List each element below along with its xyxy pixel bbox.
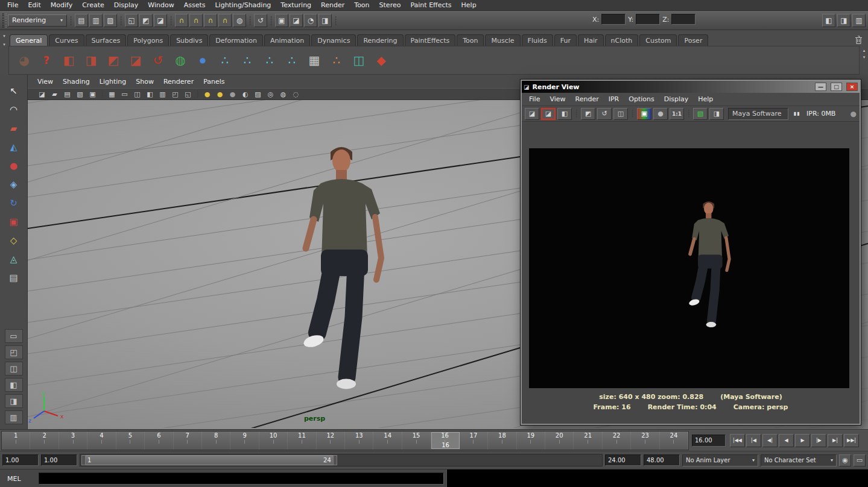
frame-tick[interactable]: 9 bbox=[230, 432, 259, 450]
frame-tick[interactable]: 17 bbox=[460, 432, 488, 450]
gate-mask-icon[interactable]: ◧ bbox=[144, 89, 156, 99]
attribute-editor-panel-icon[interactable]: ▥ bbox=[852, 14, 866, 27]
snap-curve-icon[interactable]: ∩ bbox=[189, 14, 203, 27]
open-render-view-icon[interactable]: ▣ bbox=[275, 14, 288, 27]
select-hierarchy-icon[interactable]: ◱ bbox=[125, 14, 138, 27]
frame-tick[interactable]: 4 bbox=[87, 432, 116, 450]
viewport-menu-item[interactable]: Renderer bbox=[159, 77, 198, 86]
shelf-tab[interactable]: Muscle bbox=[485, 34, 520, 46]
ipr-render-icon[interactable]: ◔ bbox=[304, 14, 317, 27]
toolbar-separator[interactable]: ┊ bbox=[118, 14, 124, 27]
node-network-icon[interactable]: ∴ bbox=[261, 51, 279, 70]
ipr-update-region-icon[interactable]: ◫ bbox=[613, 108, 628, 120]
go-to-start-button[interactable]: |◀◀ bbox=[730, 434, 745, 447]
anim-layer-dropdown[interactable]: No Anim Layer ▾ bbox=[682, 454, 758, 467]
lighting-all-icon[interactable]: ● bbox=[201, 89, 213, 99]
viewport-menu-item[interactable]: Shading bbox=[58, 77, 95, 86]
single-perspective-layout-icon[interactable]: ◧ bbox=[822, 14, 835, 27]
menu-item[interactable]: File bbox=[2, 1, 23, 10]
shelf-tab[interactable]: PaintEffects bbox=[405, 34, 456, 46]
menu-set-dropdown[interactable]: Rendering ▾ bbox=[8, 14, 67, 27]
shelf-tab[interactable]: Hair bbox=[578, 34, 604, 46]
frame-tick[interactable]: 3 bbox=[59, 432, 87, 450]
snap-region-icon[interactable]: ▧ bbox=[693, 108, 708, 120]
toolbar-separator[interactable]: ┊ bbox=[686, 108, 691, 120]
toolbar-separator[interactable]: ┊ bbox=[68, 14, 74, 27]
paint-effects-icon[interactable]: ↺ bbox=[149, 51, 167, 70]
bookmark-icon[interactable]: ▧ bbox=[74, 89, 86, 99]
render-view-menu-item[interactable]: Render bbox=[571, 95, 604, 104]
shelf-tab[interactable]: Custom bbox=[639, 34, 677, 46]
last-tool[interactable]: ▤ bbox=[4, 270, 24, 286]
frame-ruler[interactable]: 123456789101112131415161718192021222324 … bbox=[1, 431, 689, 450]
close-button[interactable]: × bbox=[846, 83, 858, 91]
menu-item[interactable]: Display bbox=[109, 1, 144, 10]
viewport-menu-item[interactable]: Lighting bbox=[95, 77, 131, 86]
lasso-select-tool[interactable]: ◠ bbox=[4, 102, 24, 118]
redo-previous-render-icon[interactable]: ◪ bbox=[541, 108, 556, 120]
grease-pencil-icon[interactable]: ▰ bbox=[49, 89, 60, 99]
shelf-tab[interactable]: General bbox=[10, 34, 48, 46]
animation-end-field[interactable]: 48.00 bbox=[644, 454, 680, 466]
menu-item[interactable]: Render bbox=[316, 1, 349, 10]
sever-brush-icon[interactable]: ◆ bbox=[372, 51, 390, 70]
render-view-menu-item[interactable]: Options bbox=[624, 95, 659, 104]
snapshot-icon[interactable]: ◧ bbox=[557, 108, 572, 120]
viewport-menu-item[interactable]: Show bbox=[131, 77, 159, 86]
shading-node-icon[interactable]: ∴ bbox=[328, 51, 346, 70]
auto-keyframe-icon[interactable]: ◉ bbox=[839, 454, 851, 467]
image-plane-icon[interactable]: ▣ bbox=[87, 89, 98, 99]
menu-item[interactable]: Texturing bbox=[276, 1, 316, 10]
chevron-up-icon[interactable]: ▴ bbox=[863, 48, 866, 53]
y-coordinate-input[interactable] bbox=[636, 14, 660, 25]
alpha-channel-icon[interactable]: ● bbox=[653, 108, 668, 120]
menu-item[interactable]: Toon bbox=[349, 1, 374, 10]
shelf-tab[interactable]: Surfaces bbox=[86, 34, 127, 46]
film-gate-icon[interactable]: ▭ bbox=[119, 89, 130, 99]
paint-brush-tool[interactable]: ◭ bbox=[4, 139, 24, 155]
render-view-menu-item[interactable]: File bbox=[524, 95, 545, 104]
frame-tick[interactable]: 10 bbox=[259, 432, 288, 450]
shelf-tab[interactable]: Subdivs bbox=[170, 34, 208, 46]
node-network-icon[interactable]: ∴ bbox=[238, 51, 256, 70]
textured-mode-icon[interactable]: ▨ bbox=[252, 89, 264, 99]
shelf-tab[interactable]: nCloth bbox=[605, 34, 639, 46]
persp-outliner-layout-button[interactable]: ◧ bbox=[5, 378, 23, 392]
frame-tick[interactable]: 5 bbox=[116, 432, 145, 450]
chevron-down-icon[interactable]: ▾ bbox=[863, 55, 866, 60]
resolution-gate-icon[interactable]: ◫ bbox=[131, 89, 143, 99]
render-view-menu-item[interactable]: IPR bbox=[604, 95, 624, 104]
shelf-tab[interactable]: Deformation bbox=[209, 34, 263, 46]
rgb-channels-icon[interactable]: ▣ bbox=[637, 108, 651, 120]
shelf-menu-arrows[interactable]: ▾ ▾ bbox=[0, 31, 8, 47]
menu-item[interactable]: Window bbox=[143, 1, 179, 10]
paint-effects-panel-icon[interactable]: ◪ bbox=[36, 89, 48, 99]
viewport-menu-item[interactable]: View bbox=[33, 77, 58, 86]
paint-select-tool[interactable]: ▰ bbox=[4, 121, 24, 136]
menu-item[interactable]: Assets bbox=[179, 1, 211, 10]
construction-history-icon[interactable]: ↺ bbox=[254, 14, 267, 27]
playback-start-field[interactable]: 1.00 bbox=[41, 454, 77, 466]
frame-tick[interactable]: 1 bbox=[2, 432, 30, 450]
select-object-icon[interactable]: ◩ bbox=[139, 14, 153, 27]
shelf-tab[interactable]: Polygons bbox=[127, 34, 169, 46]
shaded-sphere-icon[interactable]: ◍ bbox=[171, 51, 189, 70]
snap-view-plane-icon[interactable]: ∩ bbox=[218, 14, 232, 27]
container-icon[interactable]: ◫ bbox=[350, 51, 368, 70]
safe-action-icon[interactable]: ◰ bbox=[169, 89, 181, 99]
toolbar-separator[interactable]: ┊ bbox=[574, 108, 579, 120]
single-pane-layout-button[interactable]: ▭ bbox=[5, 329, 23, 343]
step-back-key-button[interactable]: |◀ bbox=[746, 434, 761, 447]
render-scene-icon[interactable]: ◪ bbox=[525, 108, 539, 120]
two-pane-side-layout-button[interactable]: ◨ bbox=[5, 394, 23, 408]
playback-end-field[interactable]: 24.00 bbox=[605, 454, 641, 466]
current-time-field[interactable]: 16.00 bbox=[692, 435, 726, 447]
select-tool[interactable]: ↖ bbox=[4, 83, 24, 99]
rotate-tool[interactable]: ↻ bbox=[4, 195, 24, 211]
frame-tick[interactable]: 7 bbox=[174, 432, 202, 450]
shelf-tab[interactable]: Animation bbox=[264, 34, 310, 46]
chevron-down-icon[interactable]: ▾ bbox=[3, 34, 5, 39]
toolbar-separator[interactable]: ┊ bbox=[247, 14, 253, 27]
four-pane-layout-button[interactable]: ◰ bbox=[5, 345, 23, 359]
z-coordinate-input[interactable] bbox=[671, 14, 695, 25]
